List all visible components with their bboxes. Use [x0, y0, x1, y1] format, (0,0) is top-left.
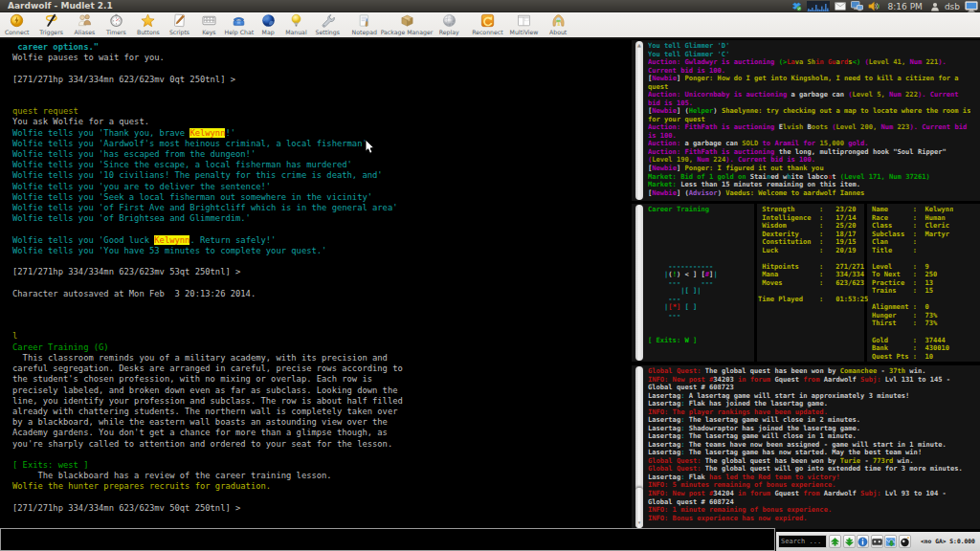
toolbar-button-package-manager[interactable]: Package Manager [385, 12, 430, 37]
volume-icon[interactable] [868, 1, 880, 11]
toolbar-button-about[interactable]: About [542, 12, 574, 37]
text-segment: ( [860, 57, 869, 66]
text-segment: Lvl 131 to 145 - [880, 375, 950, 384]
toolbar-label: Keys [202, 29, 215, 35]
toolbar-button-buttons[interactable]: Buttons [132, 12, 165, 37]
log-button[interactable] [884, 535, 897, 548]
text-segment: Wolfie tells you '10 civilians! The pena… [12, 170, 383, 180]
chat-scrollbar[interactable]: ▲ [635, 41, 643, 200]
text-segment: by a blackboard, while the eastern wall … [12, 417, 388, 427]
toolbar-button-manual[interactable]: Manual [281, 12, 310, 37]
mail-icon[interactable] [835, 2, 846, 11]
main-console[interactable]: career options." Wolfie pauses to wait f… [0, 39, 632, 529]
text-segment: Vaedus: Welcome to aardwolf Iannes [725, 188, 864, 197]
text-segment: ). Current [918, 90, 959, 99]
text-segment: !' [225, 128, 235, 138]
text-segment: Wolfie tells you 'you are to deliver the… [12, 182, 271, 191]
toolbar-label: Connect [5, 29, 30, 35]
text-segment: Advisor [689, 188, 718, 197]
toolbar-label: Triggers [39, 29, 63, 35]
toolbar-button-connect[interactable]: Connect [0, 12, 34, 37]
toolbar-button-help-chat[interactable]: Help Chat [224, 12, 255, 37]
network-monitor-icon[interactable] [807, 1, 830, 11]
text-segment: La [787, 57, 795, 66]
text-segment: Shaelynne: try checking out a map to loc… [722, 106, 971, 115]
text-segment: [ Exits: [648, 336, 684, 344]
text-segment: Level 41, [869, 57, 905, 66]
toolbar-label: Buttons [137, 29, 160, 35]
text-segment: . Return safely!' [189, 235, 276, 245]
scroll-up-button[interactable] [829, 535, 841, 548]
window-title: Aardwolf - Mudlet 2.1 [0, 1, 113, 11]
dropbox-icon[interactable] [791, 1, 802, 11]
text-segment: Newbie [652, 188, 677, 197]
toolbar-button-reconnect[interactable]: Reconnect [469, 12, 506, 37]
mouse-cursor-icon [365, 139, 376, 155]
text-segment: career options." [12, 42, 99, 52]
room-map[interactable]: Career Training ----------- |(!) < ] [#]… [648, 206, 718, 344]
display-icon[interactable] [965, 1, 978, 12]
replay-icon [442, 13, 457, 28]
text-segment: Kelwynn [154, 235, 189, 245]
errors-button[interactable] [899, 535, 911, 548]
toolbar-button-notepad[interactable]: Notepad [345, 12, 385, 37]
text-segment: Time Played : 01:53:25 [758, 295, 868, 303]
toolbar-button-aliases[interactable]: Aliases [69, 12, 100, 37]
scroll-down-arrow-icon[interactable]: ▾ [635, 519, 643, 525]
multiview-icon [517, 13, 531, 28]
text-segment: ) [718, 188, 726, 197]
about-icon [551, 13, 566, 28]
text-segment: Wolfie tells you 'You have 53 minutes to… [12, 246, 326, 255]
text-segment: Wolfie the hunter prepares recruits for … [12, 481, 271, 491]
text-segment: a garbage can [791, 90, 848, 99]
toolbar-button-scripts[interactable]: Scripts [165, 12, 194, 37]
search-input[interactable] [778, 535, 827, 548]
text-segment: Trains : 15 [872, 286, 933, 295]
text-segment: in [815, 57, 824, 66]
text-segment: Level 5, [853, 90, 885, 99]
text-segment: [271/271hp 334/334mn 623/623mv 50qt 250t… [12, 503, 240, 513]
toolbar-button-map[interactable]: Map [255, 12, 281, 37]
text-segment: This classroom reminds you of a military… [12, 353, 388, 363]
toolbar-button-triggers[interactable]: Triggers [34, 12, 69, 37]
scroll-down-button[interactable] [843, 535, 856, 548]
timers-icon [109, 13, 123, 28]
remote-desktop-icon[interactable] [851, 1, 863, 11]
info-scrollbar[interactable]: ▾ [635, 366, 643, 528]
toolbar-label: Help Chat [225, 29, 255, 35]
text-segment: Gu [828, 57, 836, 66]
text-segment: 221 [922, 57, 938, 66]
chat-text[interactable]: You tell Glimmer 'D' You tell Glimmer 'C… [648, 42, 970, 197]
settings-icon [321, 13, 335, 28]
toolbar-button-timers[interactable]: Timers [100, 12, 132, 37]
toolbar-button-keys[interactable]: Keys [194, 12, 224, 37]
scroll-up-arrow-icon[interactable]: ▲ [635, 42, 643, 48]
text-segment: Wolfie tells you 'of First Ave and Brigh… [12, 203, 398, 212]
info-button[interactable] [857, 535, 869, 548]
stats-scrollbar[interactable] [635, 205, 643, 361]
text-segment: ) [926, 172, 930, 181]
text-segment: <) [853, 57, 861, 66]
user-icon[interactable] [930, 2, 940, 11]
keys-icon [202, 13, 216, 28]
text-segment: --- [648, 311, 680, 320]
map-icon [261, 13, 276, 28]
toolbar-button-settings[interactable]: Settings [311, 12, 345, 37]
replay-tape-button[interactable] [871, 535, 883, 548]
text-segment: ) [713, 106, 722, 115]
text-segment: 222 [902, 90, 918, 99]
toolbar-label: Settings [316, 29, 340, 35]
info-text[interactable]: Global Quest: The global quest has been … [648, 367, 963, 522]
command-input[interactable] [0, 528, 775, 551]
character-column[interactable]: Name : Kelwynn Race : Human Class : Cler… [872, 206, 953, 361]
text-segment: Gquest [774, 489, 799, 497]
text-segment: Wolfie tells you 'Good luck [12, 235, 154, 245]
toolbar-button-replay[interactable]: Replay [430, 12, 470, 37]
text-segment: | [713, 270, 717, 278]
toolbar-button-multiview[interactable]: MultiView [506, 12, 543, 37]
text-segment: ). Current bid [909, 122, 967, 131]
text-segment: Ponger: How do I get into Kingsholm, I n… [684, 74, 958, 82]
vitals-column[interactable]: Strength : 23/20 Intelligence : 17/14 Wi… [758, 206, 868, 303]
text-segment: Luck : 20/19 [758, 246, 857, 254]
tray-clock: 8:16 PM [888, 2, 923, 11]
